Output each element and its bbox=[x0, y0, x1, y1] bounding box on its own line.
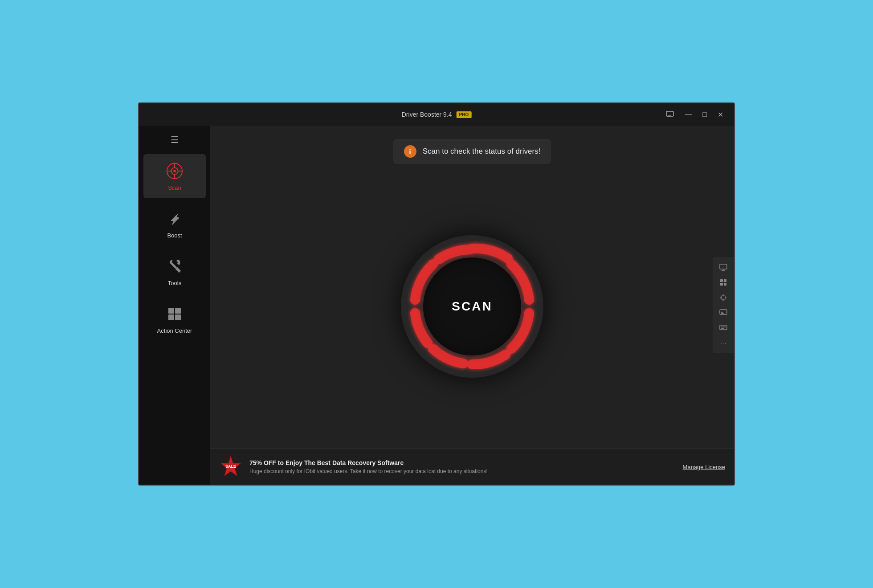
svg-text:SALE: SALE bbox=[225, 464, 236, 469]
minimize-button[interactable]: — bbox=[681, 109, 695, 120]
app-window: Driver Booster 9.4 PRO — □ ✕ ☰ bbox=[138, 102, 735, 486]
right-toolbar: ··· bbox=[713, 257, 734, 353]
svg-rect-10 bbox=[168, 314, 174, 320]
promo-desc: Huge discount only for IObit valued user… bbox=[249, 468, 488, 474]
tools-icon bbox=[165, 257, 184, 276]
svg-rect-9 bbox=[175, 308, 181, 314]
chip-button[interactable] bbox=[715, 291, 731, 304]
svg-rect-17 bbox=[720, 279, 723, 282]
sale-promo: SALE 75% OFF to Enjoy The Best Data Reco… bbox=[219, 455, 488, 478]
promo-title: 75% OFF to Enjoy The Best Data Recovery … bbox=[249, 459, 488, 466]
app-title: Driver Booster 9.4 bbox=[402, 111, 452, 118]
bottom-bar: SALE 75% OFF to Enjoy The Best Data Reco… bbox=[210, 449, 734, 485]
svg-rect-11 bbox=[175, 314, 181, 320]
monitor-button[interactable] bbox=[715, 261, 731, 274]
message-button[interactable] bbox=[715, 306, 731, 319]
scan-icon bbox=[165, 161, 184, 181]
close-button[interactable]: ✕ bbox=[714, 109, 727, 121]
sidebar-item-tools[interactable]: Tools bbox=[143, 249, 206, 294]
tools-label: Tools bbox=[168, 280, 181, 286]
svg-rect-20 bbox=[724, 283, 726, 286]
title-bar-controls: — □ ✕ bbox=[662, 109, 727, 121]
title-bar: Driver Booster 9.4 PRO — □ ✕ bbox=[139, 103, 734, 126]
svg-rect-19 bbox=[720, 283, 723, 286]
svg-rect-18 bbox=[724, 279, 726, 282]
scan-label: Scan bbox=[168, 184, 181, 191]
scan-circle-outer: SCAN bbox=[401, 235, 543, 378]
promo-text: 75% OFF to Enjoy The Best Data Recovery … bbox=[249, 459, 488, 474]
svg-rect-21 bbox=[722, 296, 725, 299]
sale-badge: SALE bbox=[219, 455, 242, 478]
menu-button[interactable]: ☰ bbox=[139, 130, 210, 150]
info-banner: i Scan to check the status of drivers! bbox=[393, 139, 551, 164]
windows-button[interactable] bbox=[715, 276, 731, 289]
svg-rect-30 bbox=[720, 310, 727, 314]
info-text: Scan to check the status of drivers! bbox=[423, 147, 541, 156]
scan-button[interactable]: SCAN bbox=[423, 257, 521, 355]
main-layout: ☰ Scan bbox=[139, 126, 734, 485]
info-icon: i bbox=[404, 145, 416, 158]
sidebar-item-scan[interactable]: Scan bbox=[143, 154, 206, 198]
title-bar-center: Driver Booster 9.4 PRO bbox=[402, 111, 472, 118]
scan-button-label: SCAN bbox=[452, 299, 492, 314]
svg-rect-14 bbox=[720, 264, 727, 269]
svg-rect-8 bbox=[168, 308, 174, 314]
chat-button[interactable] bbox=[662, 109, 677, 120]
more-button[interactable]: ··· bbox=[715, 336, 731, 350]
svg-point-3 bbox=[173, 170, 176, 172]
svg-rect-31 bbox=[720, 325, 727, 330]
manage-license-link[interactable]: Manage License bbox=[683, 464, 725, 470]
action-center-icon bbox=[165, 304, 184, 324]
sidebar-item-action-center[interactable]: Action Center bbox=[143, 297, 206, 341]
sidebar: ☰ Scan bbox=[139, 126, 210, 485]
pro-badge: PRO bbox=[457, 111, 472, 118]
scan-button-container: SCAN bbox=[210, 164, 734, 449]
boost-label: Boost bbox=[167, 232, 182, 239]
maximize-button[interactable]: □ bbox=[699, 109, 710, 120]
content-area: i Scan to check the status of drivers! bbox=[210, 126, 734, 485]
action-center-label: Action Center bbox=[157, 327, 192, 334]
display-button[interactable] bbox=[715, 321, 731, 335]
sidebar-item-boost[interactable]: Boost bbox=[143, 202, 206, 246]
boost-icon bbox=[165, 209, 184, 229]
